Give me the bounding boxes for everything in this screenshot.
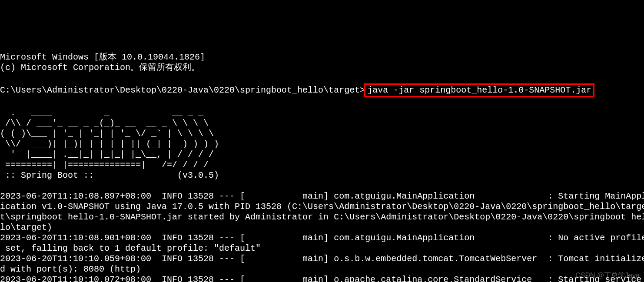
spring-banner-5: ' |____| .__|_| |_|_| |_\__, | / / / / — [0, 149, 214, 159]
os-header-line1: Microsoft Windows [版本 10.0.19044.1826] — [0, 52, 205, 62]
spring-banner-1: . ____ _ __ _ _ — [0, 108, 203, 118]
log-line: t\springboot_hello-1.0-SNAPSHOT.jar star… — [0, 212, 644, 222]
spring-banner-6: =========|_|==============|___/=/_/_/_/ — [0, 160, 209, 170]
log-line: set, falling back to 1 default profile: … — [0, 243, 261, 253]
prompt-line: C:\Users\Administrator\Desktop\0220-Java… — [0, 85, 594, 95]
log-line: 2023-06-20T11:10:08.897+08:00 INFO 13528… — [0, 191, 644, 201]
prompt-path: C:\Users\Administrator\Desktop\0220-Java… — [0, 85, 365, 95]
command-text: java -jar springboot_hello-1.0-SNAPSHOT.… — [367, 85, 591, 95]
log-line: 2023-06-20T11:10:10.072+08:00 INFO 13528… — [0, 275, 644, 282]
log-line: d with port(s): 8080 (http) — [0, 264, 141, 274]
spring-banner-7: :: Spring Boot :: (v3.0.5) — [0, 170, 219, 180]
log-line: lo\target) — [0, 222, 52, 232]
log-line: ication v1.0-SNAPSHOT using Java 17.0.5 … — [0, 202, 644, 212]
command-highlight: java -jar springboot_hello-1.0-SNAPSHOT.… — [364, 83, 594, 97]
log-line: 2023-06-20T11:10:08.901+08:00 INFO 13528… — [0, 233, 644, 243]
os-header-line2: (c) Microsoft Corporation。保留所有权利。 — [0, 63, 200, 73]
spring-banner-3: ( ( )\___ | '_ | '_| | '_ \/ _` | \ \ \ … — [0, 129, 214, 139]
terminal-output[interactable]: Microsoft Windows [版本 10.0.19044.1826] (… — [0, 42, 644, 282]
csdn-watermark: CSDN @丁总学Java — [575, 271, 640, 279]
spring-banner-2: /\\ / ___'_ __ _ _(_)_ __ __ _ \ \ \ \ — [0, 118, 209, 128]
log-line: 2023-06-20T11:10:10.059+08:00 INFO 13528… — [0, 254, 644, 264]
spring-banner-4: \\/ ___)| |_)| | | | | || (_| | ) ) ) ) — [0, 139, 219, 149]
